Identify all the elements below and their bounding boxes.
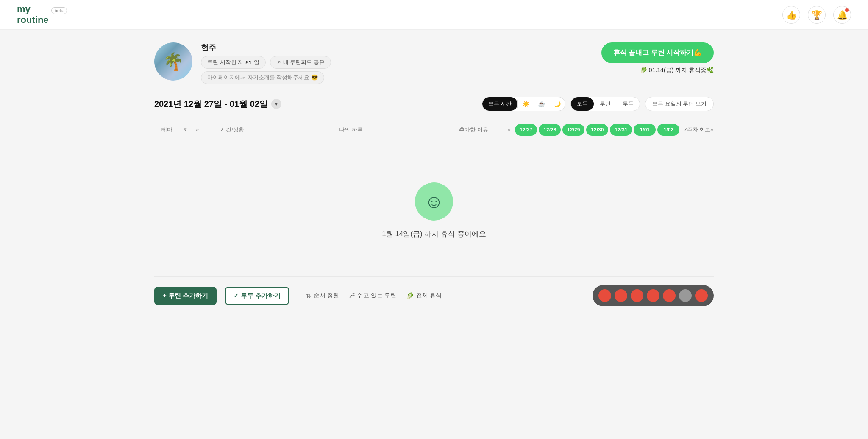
app-name: my routine [17,4,49,25]
sun-icon[interactable]: ☀️ [518,98,534,110]
date-chip-1228[interactable]: 12/28 [539,124,561,136]
profile-stats: 루틴 시작한 지 51 일 ↗ 내 루틴피드 공유 [201,56,593,69]
view-all-button[interactable]: 모든 요일의 루틴 보기 [645,97,714,111]
app-logo: my routine beta [17,4,67,25]
sleep-icon: zZ [349,292,355,299]
date-chip-101[interactable]: 1/01 [634,124,656,136]
week-review-label: 7주차 회고 [684,126,710,134]
type-filter-group: 모두 루틴 투두 [570,97,640,111]
far-right-collapse[interactable]: « [710,126,714,133]
main-content: 🌴 현주 루틴 시작한 지 51 일 ↗ 내 루틴피드 공유 마이페이지에서 자… [137,30,731,323]
trophy-icon: 🏆 [812,10,822,20]
date-chip-1229[interactable]: 12/29 [562,124,584,136]
dots-indicator [593,285,714,306]
bell-button[interactable]: 🔔 [833,6,851,24]
days-unit: 일 [254,59,259,66]
break-smiley-circle: ☺ [415,182,453,221]
collapse-all-button[interactable]: « [192,126,203,133]
col-key-label: 키 [180,126,192,134]
break-message-text: 1월 14일(금) 까지 휴식 중이에요 [382,229,486,239]
profile-info: 현주 루틴 시작한 지 51 일 ↗ 내 루틴피드 공유 마이페이지에서 자기소… [201,42,593,84]
sort-button[interactable]: ⇅ 순서 정렬 [306,292,339,299]
add-todo-button[interactable]: ✓ 투두 추가하기 [225,287,289,305]
date-range-label: 2021년 12월 27일 - 01월 02일 [154,98,268,110]
sort-icon: ⇅ [306,292,311,299]
time-filter-group: 모든 시간 ☀️ ☕ 🌙 [482,97,566,111]
break-info-text: 🥬 01.14(금) 까지 휴식중🌿 [640,67,714,74]
todo-type-button[interactable]: 투두 [617,97,640,111]
all-break-button[interactable]: 🥬 전체 휴식 [406,292,442,299]
share-icon: ↗ [276,59,281,66]
avatar: 🌴 [154,42,192,81]
bottom-actions: ⇅ 순서 정렬 zZ 쉬고 있는 루틴 🥬 전체 휴식 [306,292,441,299]
break-leaf-icon: 🥬 [406,292,414,299]
notification-dot [845,8,849,12]
share-label: 내 루틴피드 공유 [283,59,325,66]
sort-label: 순서 정렬 [314,292,339,299]
collapse-dates-button[interactable]: « [508,126,511,133]
col-time-label: 시간/상황 [203,126,262,134]
all-type-button[interactable]: 모두 [571,97,594,111]
app-header: my routine beta 👍 🏆 🔔 [0,0,868,30]
col-reason-label: 추가한 이유 [440,126,508,134]
resting-label: 쉬고 있는 루틴 [357,292,396,299]
date-chip-1230[interactable]: 12/30 [586,124,608,136]
all-break-label: 전체 휴식 [416,292,442,299]
add-routine-button[interactable]: + 루틴 추가하기 [154,287,217,305]
dot-7 [695,289,708,302]
days-badge[interactable]: 루틴 시작한 지 51 일 [201,56,266,69]
coffee-icon[interactable]: ☕ [534,98,549,110]
like-button[interactable]: 👍 [782,6,800,24]
dot-6 [679,289,692,302]
break-info: 🥬 01.14(금) 까지 휴식중🌿 [640,67,714,74]
dot-3 [631,289,643,302]
dot-2 [615,289,627,302]
days-label: 루틴 시작한 지 [207,59,243,66]
date-chip-1227[interactable]: 12/27 [515,124,537,136]
dot-4 [647,289,659,302]
dot-5 [663,289,676,302]
col-theme-label: 테마 [154,126,180,134]
self-intro-badge[interactable]: 마이페이지에서 자기소개를 작성해주세요 😎 [201,71,324,84]
routine-type-button[interactable]: 루틴 [594,97,617,111]
profile-name: 현주 [201,42,593,53]
days-count: 51 [245,59,251,66]
header-icons: 👍 🏆 🔔 [782,6,851,24]
share-badge[interactable]: ↗ 내 루틴피드 공유 [270,56,331,69]
like-icon: 👍 [786,10,797,20]
dates-row: 12/27 12/28 12/29 12/30 12/31 1/01 1/02 [514,124,680,136]
profile-section: 🌴 현주 루틴 시작한 지 51 일 ↗ 내 루틴피드 공유 마이페이지에서 자… [154,42,714,84]
break-section: 휴식 끝내고 루틴 시작하기💪 🥬 01.14(금) 까지 휴식중🌿 [601,42,714,74]
date-chip-102[interactable]: 1/02 [657,124,679,136]
break-content-area: ☺ 1월 14일(금) 까지 휴식 중이에요 [154,140,714,268]
trophy-button[interactable]: 🏆 [808,6,826,24]
col-day-label: 나의 하루 [262,126,440,134]
date-chip-1231[interactable]: 12/31 [610,124,632,136]
table-header: 테마 키 « 시간/상황 나의 하루 추가한 이유 « 12/27 12/28 … [154,120,714,140]
date-dropdown-button[interactable]: ▼ [271,99,281,109]
resting-button[interactable]: zZ 쉬고 있는 루틴 [349,292,396,299]
filters-row: 2021년 12월 27일 - 01월 02일 ▼ 모든 시간 ☀️ ☕ 🌙 모… [154,97,714,111]
start-routine-button[interactable]: 휴식 끝내고 루틴 시작하기💪 [601,42,714,63]
smiley-icon: ☺ [425,191,444,212]
time-all-button[interactable]: 모든 시간 [482,97,518,111]
date-range: 2021년 12월 27일 - 01월 02일 ▼ [154,98,281,110]
beta-badge: beta [51,7,67,14]
moon-icon[interactable]: 🌙 [549,98,565,110]
dot-1 [598,289,611,302]
bottom-bar: + 루틴 추가하기 ✓ 투두 추가하기 ⇅ 순서 정렬 zZ 쉬고 있는 루틴 … [154,276,714,310]
